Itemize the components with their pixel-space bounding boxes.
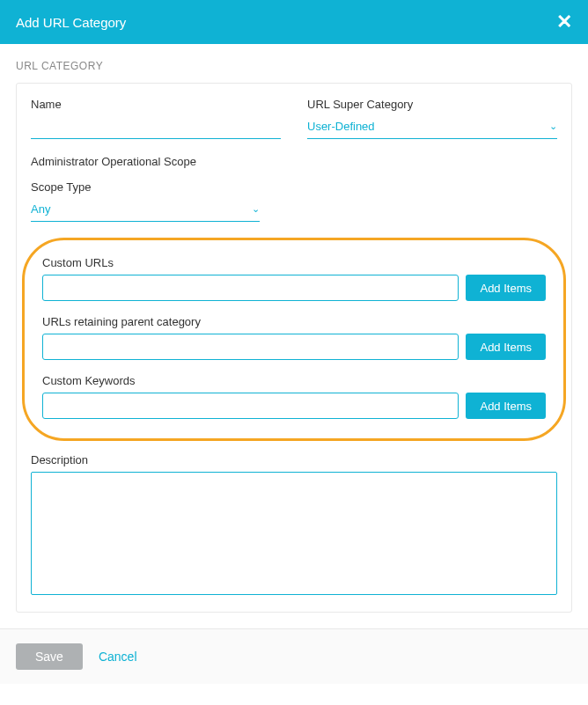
urls-parent-add-button[interactable]: Add Items [466, 334, 546, 360]
dialog-body: URL CATEGORY Name URL Super Category Use… [0, 44, 588, 628]
urls-parent-group: URLs retaining parent category Add Items [42, 315, 546, 360]
description-label: Description [31, 453, 557, 466]
urls-parent-label: URLs retaining parent category [42, 315, 546, 328]
chevron-down-icon: ⌄ [549, 121, 557, 132]
scope-type-value: Any [31, 202, 50, 216]
super-category-label: URL Super Category [307, 98, 557, 111]
super-category-select[interactable]: User-Defined ⌄ [307, 114, 557, 139]
admin-scope-label: Administrator Operational Scope [31, 155, 557, 168]
name-input[interactable] [31, 114, 281, 139]
custom-urls-label: Custom URLs [42, 256, 546, 269]
scope-type-select[interactable]: Any ⌄ [31, 197, 260, 222]
custom-urls-input[interactable] [42, 275, 459, 301]
scope-type-field-group: Scope Type Any ⌄ [31, 180, 260, 222]
super-category-value: User-Defined [307, 120, 375, 133]
add-url-category-dialog: Add URL Category ✕ URL CATEGORY Name URL… [0, 0, 588, 684]
highlighted-section: Custom URLs Add Items URLs retaining par… [22, 238, 566, 441]
cancel-button[interactable]: Cancel [99, 650, 137, 664]
section-label: URL CATEGORY [16, 60, 572, 72]
scope-type-label: Scope Type [31, 180, 260, 194]
close-icon[interactable]: ✕ [556, 12, 572, 32]
dialog-footer: Save Cancel [0, 628, 588, 684]
custom-keywords-label: Custom Keywords [42, 374, 546, 387]
scope-section: Administrator Operational Scope Scope Ty… [31, 155, 557, 222]
card: Name URL Super Category User-Defined ⌄ A… [16, 83, 572, 613]
super-category-field-group: URL Super Category User-Defined ⌄ [307, 98, 557, 139]
name-label: Name [31, 98, 281, 111]
description-textarea[interactable] [31, 472, 557, 595]
dialog-header: Add URL Category ✕ [0, 0, 588, 44]
chevron-down-icon: ⌄ [252, 203, 260, 215]
name-field-group: Name [31, 98, 281, 139]
custom-urls-group: Custom URLs Add Items [42, 256, 546, 301]
description-group: Description [31, 453, 557, 598]
custom-urls-add-button[interactable]: Add Items [466, 275, 546, 301]
custom-keywords-add-button[interactable]: Add Items [466, 393, 546, 419]
custom-keywords-group: Custom Keywords Add Items [42, 374, 546, 419]
custom-keywords-input[interactable] [42, 393, 459, 419]
urls-parent-input[interactable] [42, 334, 459, 360]
save-button[interactable]: Save [16, 643, 83, 670]
dialog-title: Add URL Category [16, 15, 126, 30]
top-row: Name URL Super Category User-Defined ⌄ [31, 98, 557, 139]
